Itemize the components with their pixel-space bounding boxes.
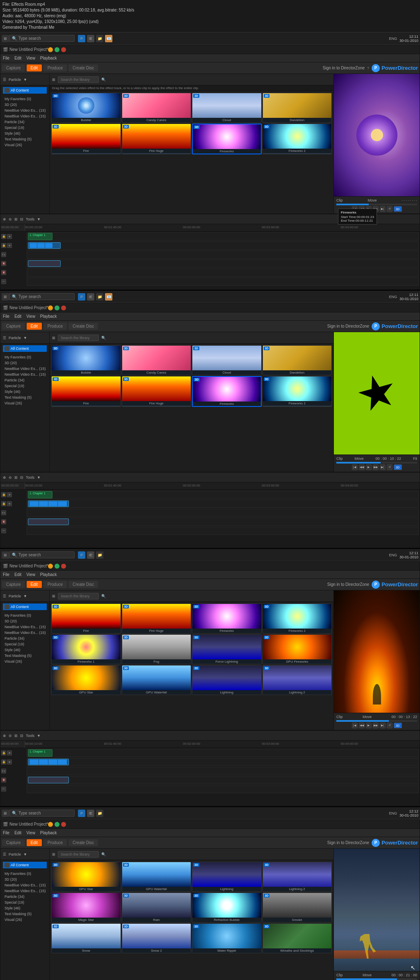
sidebar-textmasking-2[interactable]: Text Masking (5) — [3, 395, 47, 400]
transport-play-2[interactable]: ▶ — [366, 464, 372, 470]
signin-3[interactable]: Sign in to DirectorZone — [327, 582, 369, 587]
taskbar-4a[interactable]: P — [78, 810, 85, 817]
close-4[interactable]: × — [61, 822, 66, 827]
nav-createdisc-1[interactable]: Create Disc — [68, 64, 98, 71]
taskbar-search-4[interactable]: 🔍 Type search — [9, 810, 75, 817]
sign-in-2[interactable]: Sign in to DirectorZone — [327, 324, 369, 328]
menu-file-1[interactable]: File — [3, 56, 9, 60]
transport-loop-1[interactable]: ↺ — [387, 206, 393, 212]
taskbar-app-icon-1b[interactable]: IE — [87, 35, 94, 42]
thumb-dandelion-2[interactable]: 3D Dandelion — [262, 345, 332, 375]
t-gpustar-3[interactable]: 3D GPU Star — [51, 665, 121, 695]
sidebar-newblue1-2[interactable]: NewBlue Video Es... (15) — [3, 366, 47, 372]
effect-thumb-fireworks-1[interactable]: 3D Fireworks — [192, 124, 262, 154]
medit-3[interactable]: Edit — [14, 572, 21, 577]
transport-3d-1[interactable]: 3D — [394, 206, 402, 212]
mute-3[interactable]: 🔇 — [1, 778, 6, 783]
tl-mute-2[interactable]: 🔇 — [1, 519, 6, 524]
taskbar-app-icon-1a[interactable]: P — [78, 35, 85, 42]
lock-3b[interactable]: 🔒 — [1, 760, 6, 764]
video-clip-1[interactable] — [28, 242, 61, 249]
track-lock-2[interactable]: 🔒 — [1, 243, 6, 248]
capture-3[interactable]: Capture — [2, 581, 25, 588]
transport-next-2[interactable]: ▶| — [380, 464, 386, 470]
t-3d-3[interactable]: 3D — [394, 723, 402, 728]
thumb-fire-2[interactable]: 3D Fire — [51, 376, 121, 407]
transport-loop-2[interactable]: ↺ — [387, 464, 393, 470]
nav-edit-2[interactable]: Edit — [27, 323, 42, 330]
sidebar-item-particle-1[interactable]: Particle (34) — [3, 119, 47, 125]
s-special-3[interactable]: Special (19) — [3, 641, 47, 647]
library-search-2[interactable] — [58, 335, 99, 341]
max-4[interactable]: □ — [55, 822, 59, 827]
track-scissors-btn-1[interactable]: ✂ — [1, 279, 6, 284]
sidebar-style-2[interactable]: Style (46) — [3, 389, 47, 395]
mplayback-4[interactable]: Playback — [40, 831, 57, 835]
sidebar-item-style-1[interactable]: Style (46) — [3, 131, 47, 136]
sidebar-item-special-1[interactable]: Special (19) — [3, 125, 47, 131]
maximize-btn-1[interactable]: □ — [55, 47, 59, 52]
all-content-3[interactable]: All Content — [3, 604, 47, 610]
t-light2-4[interactable]: 3D Lightning 2 — [262, 862, 332, 892]
transport-rw-2[interactable]: ◀◀ — [359, 464, 365, 470]
nav-produce-2[interactable]: Produce — [43, 323, 67, 330]
effect-thumb-cloud-1[interactable]: 3D Cloud — [192, 93, 262, 123]
mview-4[interactable]: View — [26, 831, 35, 835]
s-visual-3[interactable]: Visual (26) — [3, 659, 47, 664]
taskbar-3b[interactable]: IE — [87, 551, 94, 559]
lib-search-4[interactable] — [58, 851, 99, 858]
s-sty-4[interactable]: Style (46) — [3, 905, 47, 911]
s-par-4[interactable]: Particle (34) — [3, 894, 47, 900]
close-3[interactable]: × — [61, 564, 66, 569]
t-magicstar-4[interactable]: 3D Magic Star — [51, 893, 121, 923]
s-nb2-4[interactable]: NewBlue Video Es... (15) — [3, 888, 47, 894]
s-favorites-3[interactable]: My Favorites (0) — [3, 613, 47, 618]
thumb-fireworks2-2[interactable]: 3D Fireworks 2 — [262, 376, 332, 407]
nav-capture-1[interactable]: Capture — [2, 64, 25, 71]
taskbar-search-3[interactable]: 🔍 Type search — [9, 551, 75, 558]
audio-2[interactable] — [28, 519, 69, 525]
taskbar-app-icon-1c[interactable]: 📁 — [96, 35, 103, 42]
t-gpustar-4[interactable]: 3D GPU Star — [51, 862, 121, 892]
progress-bar-1[interactable] — [336, 204, 417, 205]
eye-3a[interactable]: 👁 — [7, 750, 12, 755]
produce-3[interactable]: Produce — [43, 581, 67, 588]
tl-fx-btn-2[interactable]: FX — [1, 510, 6, 515]
tools-arrow-2[interactable]: ▼ — [37, 475, 41, 480]
track-mute-2[interactable]: 🔇 — [1, 270, 6, 275]
t-fog-3[interactable]: 3D Fog — [122, 634, 192, 664]
tl-sub-btn-2[interactable]: ✂ — [1, 528, 6, 533]
t-rain-4[interactable]: 3D Rain — [122, 893, 192, 923]
sidebar-all-content-2[interactable]: All Content — [3, 345, 47, 352]
lock-3a[interactable]: 🔒 — [1, 750, 6, 755]
effect-thumb-bubble-1[interactable]: 3D Bubble — [51, 93, 121, 123]
sidebar-item-newblue1-1[interactable]: NewBlue Video Es... (15) — [3, 108, 47, 113]
menu-edit-1[interactable]: Edit — [14, 56, 21, 60]
sidebar-item-3d-1[interactable]: 3D (20) — [3, 102, 47, 108]
t-light2-3[interactable]: 3D Lightning 2 — [262, 665, 332, 695]
start-button-2[interactable]: ⊞ — [2, 293, 9, 301]
s-3d-4[interactable]: 3D (20) — [3, 877, 47, 882]
effect-thumb-dandelion-1[interactable]: 3D Dandelion — [262, 93, 332, 123]
t-gpufw-3[interactable]: 3D GPU Fireworks — [262, 634, 332, 664]
thumb-fireworks-2[interactable]: 3D Fireworks — [192, 376, 262, 407]
minimize-btn-1[interactable]: _ — [48, 47, 53, 52]
t-loop-3[interactable]: ↺ — [387, 723, 393, 728]
track-fx-btn-1[interactable]: FX — [1, 252, 6, 257]
sidebar-favorites-2[interactable]: My Favorites (0) — [3, 354, 47, 360]
progress-4[interactable] — [336, 978, 417, 980]
menu-playback-2[interactable]: Playback — [40, 314, 57, 319]
max-3[interactable]: □ — [55, 564, 59, 569]
t-firehuge-3[interactable]: 3D Fire Huge — [122, 604, 192, 633]
s-textmasking-3[interactable]: Text Masking (5) — [3, 653, 47, 659]
minimize-btn-2[interactable]: _ — [48, 305, 53, 310]
menu-playback-1[interactable]: Playback — [40, 56, 57, 60]
createdisc-4[interactable]: Create Disc — [68, 839, 98, 846]
s-vis-4[interactable]: Visual (26) — [3, 917, 47, 923]
sidebar-item-visual-1[interactable]: Visual (26) — [3, 142, 47, 148]
track-eye-2a[interactable]: 👁 — [7, 492, 12, 497]
taskbar-search-2[interactable]: 🔍 Type search — [9, 293, 75, 300]
t-light-4[interactable]: 3D Lightning — [192, 862, 262, 892]
s-nb1-4[interactable]: NewBlue Video Es... (15) — [3, 882, 47, 888]
tools-3[interactable]: Tools — [26, 734, 34, 738]
